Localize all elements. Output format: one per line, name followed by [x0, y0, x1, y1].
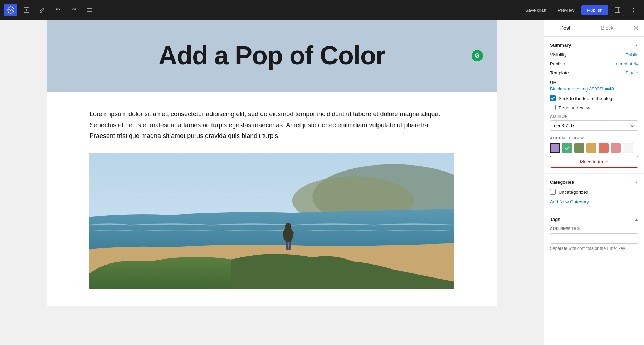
- post-paragraph[interactable]: Lorem ipsum dolor sit amet, consectetur …: [89, 109, 454, 142]
- redo-button[interactable]: [67, 4, 80, 16]
- template-value[interactable]: Single: [625, 70, 638, 75]
- url-value[interactable]: Blockthemetesting:8890/?p=48: [550, 86, 614, 92]
- svg-point-5: [633, 11, 634, 12]
- tag-hint: Separate with commas or the Enter key.: [550, 246, 638, 251]
- author-select[interactable]: dee35007: [550, 120, 638, 131]
- uncategorized-label[interactable]: Uncategorized: [558, 189, 589, 195]
- post-image[interactable]: [89, 153, 454, 289]
- accent-color-purple[interactable]: [550, 143, 560, 153]
- accent-color-label: ACCENT COLOR: [550, 136, 638, 140]
- pending-review-row: Pending review: [550, 105, 638, 110]
- add-block-button[interactable]: [20, 4, 33, 16]
- toolbar-left: [4, 4, 518, 16]
- svg-point-3: [633, 8, 634, 9]
- publish-meta-value[interactable]: Immediately: [613, 61, 638, 66]
- svg-point-4: [633, 10, 634, 10]
- tags-title: Tags: [550, 217, 560, 222]
- close-panel-button[interactable]: [628, 20, 644, 36]
- sidebar-toggle-button[interactable]: [611, 4, 624, 16]
- uncategorized-checkbox[interactable]: [550, 189, 556, 195]
- tags-section: Tags ▲ ADD NEW TAG Separate with commas …: [544, 211, 644, 257]
- url-label: URL: [550, 80, 559, 85]
- tags-header[interactable]: Tags ▲: [550, 217, 638, 222]
- panel-tabs-row: Post Block: [544, 20, 644, 37]
- pending-review-label[interactable]: Pending review: [558, 105, 590, 110]
- publish-meta-label: Publish: [550, 61, 565, 66]
- accent-color-gold[interactable]: [586, 143, 596, 153]
- stick-to-top-row: Stick to the top of the blog: [550, 95, 638, 101]
- add-new-tag-label: ADD NEW TAG: [550, 226, 638, 231]
- author-label: AUTHOR: [550, 114, 638, 118]
- visibility-row: Visibility Public: [550, 52, 638, 58]
- editor-content: Add a Pop of Color G Lorem ipsum dolor s…: [47, 20, 497, 306]
- uncategorized-row: Uncategorized: [550, 189, 638, 195]
- accent-color-white[interactable]: [623, 143, 633, 153]
- accent-color-row: ACCENT COLOR: [550, 136, 638, 153]
- accent-color-salmon[interactable]: [599, 143, 609, 153]
- categories-title: Categories: [550, 179, 574, 185]
- accent-colors-row: [550, 143, 638, 153]
- accent-color-pink[interactable]: [611, 143, 621, 153]
- tags-chevron-icon: ▲: [635, 217, 638, 221]
- categories-section: Categories ▲ Uncategorized Add New Categ…: [544, 174, 644, 211]
- toolbar: Save draft Preview Publish: [0, 0, 644, 20]
- summary-section: Summary ▲ Visibility Public Publish Imme…: [544, 37, 644, 174]
- categories-header[interactable]: Categories ▲: [550, 179, 638, 185]
- add-new-category-link[interactable]: Add New Category: [550, 199, 589, 204]
- summary-section-header[interactable]: Summary ▲: [550, 43, 638, 48]
- categories-chevron-icon: ▲: [635, 180, 638, 184]
- svg-rect-2: [615, 8, 620, 13]
- summary-title: Summary: [550, 43, 571, 48]
- preview-button[interactable]: Preview: [553, 5, 579, 15]
- edit-button[interactable]: [36, 4, 49, 16]
- tab-block[interactable]: Block: [586, 20, 629, 36]
- editor-area: Add a Pop of Color G Lorem ipsum dolor s…: [0, 20, 544, 345]
- stick-to-top-checkbox[interactable]: [550, 95, 556, 101]
- tag-input[interactable]: [550, 233, 638, 244]
- more-options-button[interactable]: [627, 4, 640, 16]
- grammarly-icon: G: [472, 50, 483, 61]
- post-title[interactable]: Add a Pop of Color: [158, 41, 385, 70]
- tab-post[interactable]: Post: [544, 20, 586, 36]
- template-label: Template: [550, 70, 569, 75]
- accent-color-green[interactable]: [562, 143, 572, 153]
- stick-to-top-label[interactable]: Stick to the top of the blog: [558, 96, 612, 101]
- visibility-label: Visibility: [550, 52, 567, 58]
- wp-logo-button[interactable]: [4, 4, 17, 16]
- list-view-button[interactable]: [83, 4, 96, 16]
- url-row: URL Blockthemetesting:8890/?p=48: [550, 79, 638, 92]
- pending-review-checkbox[interactable]: [550, 105, 556, 110]
- right-panel: Post Block Summary ▲ Visibility Public P…: [544, 20, 644, 345]
- save-draft-button[interactable]: Save draft: [521, 5, 551, 15]
- svg-rect-12: [288, 242, 291, 250]
- toolbar-right: Save draft Preview Publish: [521, 4, 640, 16]
- summary-chevron-icon: ▲: [635, 43, 638, 47]
- main-layout: Add a Pop of Color G Lorem ipsum dolor s…: [0, 20, 644, 345]
- post-body: Lorem ipsum dolor sit amet, consectetur …: [47, 92, 497, 306]
- author-row: AUTHOR dee35007: [550, 114, 638, 131]
- post-hero[interactable]: Add a Pop of Color G: [47, 20, 497, 92]
- move-to-trash-button[interactable]: Move to trash: [550, 156, 638, 168]
- template-row: Template Single: [550, 70, 638, 75]
- undo-button[interactable]: [52, 4, 64, 16]
- visibility-value[interactable]: Public: [626, 52, 638, 58]
- publish-button[interactable]: Publish: [581, 5, 608, 15]
- accent-color-olive[interactable]: [574, 143, 584, 153]
- publish-row: Publish Immediately: [550, 61, 638, 66]
